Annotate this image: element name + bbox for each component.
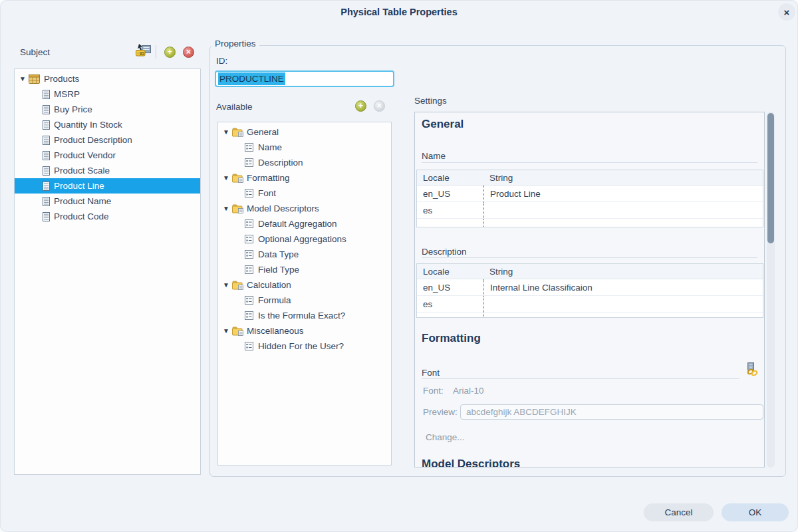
tree-row-data-type[interactable]: Data Type [218,247,391,262]
column-icon [43,136,50,145]
formatting-heading: Formatting [422,332,481,345]
table-row-es[interactable]: es [417,296,763,313]
expander-icon[interactable]: ▼ [222,205,230,212]
section-divider [422,162,757,163]
tree-row-product-vendor[interactable]: Product Vendor [15,148,200,163]
edit-id-icon[interactable] [136,44,152,59]
column-icon [43,120,50,130]
add-column-icon[interactable]: + [164,47,176,58]
property-icon [245,311,253,320]
tree-row-product-name[interactable]: Product Name [15,194,200,209]
locale-cell: en_US [417,279,483,295]
tree-row-products[interactable]: ▼ Products [15,71,200,86]
tree-row-optional-aggregations[interactable]: Optional Aggregations [218,231,391,247]
tree-row-product-line-selected[interactable]: Product Line [15,178,200,194]
tree-row-is-the-formula-exact[interactable]: Is the Formula Exact? [218,308,391,323]
tree-row-label: Miscellaneous [247,326,304,336]
tree-row-general[interactable]: ▼ General [218,124,391,140]
tree-row-label: Formatting [247,173,290,183]
id-input-selected-text: PRODUCTLINE [218,72,285,85]
link-font-icon[interactable] [745,362,759,376]
table-header-row: Locale String [417,264,763,279]
available-label: Available [216,102,253,112]
tree-row-label: Product Name [54,196,111,206]
model-descriptors-heading: Model Descriptors [422,458,520,467]
property-icon [245,265,253,274]
property-icon [245,219,253,228]
tree-row-product-scale[interactable]: Product Scale [15,163,200,178]
property-icon [245,235,253,243]
tree-row-label: Description [258,158,303,168]
tree-row-label: Model Descriptors [247,203,319,213]
tree-row-description[interactable]: Description [218,155,391,170]
tree-row-msrp[interactable]: MSRP [15,86,200,102]
tree-row-label: MSRP [54,89,80,99]
settings-scrollbar-track[interactable] [767,112,775,467]
string-cell[interactable]: Internal Line Classificaion [483,279,763,295]
tree-row-default-aggregation[interactable]: Default Aggregation [218,216,391,231]
string-cell[interactable] [483,296,763,312]
settings-scrollbar-thumb[interactable] [767,113,774,243]
close-icon[interactable]: × [778,3,795,21]
tree-row-label: Product Vendor [54,150,116,160]
tree-row-formula[interactable]: Formula [218,293,391,308]
folder-icon [232,174,243,183]
string-cell[interactable] [483,202,763,218]
locale-cell: en_US [417,186,483,201]
tree-row-label: Products [44,74,79,84]
tree-row-quantity-in-stock[interactable]: Quantity In Stock [15,117,200,132]
tree-row-field-type[interactable]: Field Type [218,262,391,277]
tree-row-model-descriptors[interactable]: ▼ Model Descriptors [218,201,391,216]
tree-row-name[interactable]: Name [218,140,391,155]
locale-cell: es [417,202,483,218]
column-icon [43,151,50,160]
table-row-en-us[interactable]: en_US Internal Line Classificaion [417,279,763,296]
toolbar-divider [156,45,156,59]
tree-row-buy-price[interactable]: Buy Price [15,102,200,117]
font-preview-input[interactable]: abcdefghijk ABCDEFGHIJK [460,404,763,420]
cancel-button[interactable]: Cancel [644,503,714,521]
column-icon [43,197,50,206]
string-header: String [483,173,763,183]
tree-row-formatting[interactable]: ▼ Formatting [218,170,391,186]
tree-row-label: Field Type [258,265,299,275]
tree-row-calculation[interactable]: ▼ Calculation [218,277,391,293]
string-cell[interactable]: Product Line [483,186,763,201]
delete-column-icon[interactable]: × [183,47,194,58]
font-value: Arial-10 [453,386,484,396]
section-divider [422,378,739,379]
column-icon [43,105,50,114]
section-divider [422,257,757,258]
change-font-link[interactable]: Change... [426,432,465,442]
tree-row-miscellaneous[interactable]: ▼ Miscellaneous [218,323,391,338]
settings-label: Settings [414,96,447,106]
font-section-label: Font [422,368,440,378]
add-property-icon[interactable]: + [355,100,366,112]
table-row-en-us[interactable]: en_US Product Line [417,186,763,202]
preview-label: Preview: [423,407,458,417]
table-row-es[interactable]: es [417,202,763,219]
expander-icon[interactable]: ▼ [222,174,230,182]
folder-icon [232,204,243,213]
property-icon [245,296,253,305]
tree-row-label: Product Description [54,135,132,145]
tree-row-font[interactable]: Font [218,186,391,201]
tree-row-product-code[interactable]: Product Code [15,209,200,224]
tree-row-hidden-for-the-user[interactable]: Hidden For the User? [218,338,391,354]
expander-icon[interactable]: ▼ [222,281,230,289]
folder-icon [232,327,243,336]
id-input[interactable]: PRODUCTLINE [215,70,394,87]
available-tree: ▼ General Name Description ▼ Formatting … [217,122,392,466]
column-icon [43,90,50,99]
ok-button[interactable]: OK [722,503,789,521]
tree-row-product-description[interactable]: Product Description [15,132,200,148]
locale-header: Locale [417,173,483,183]
expander-icon[interactable]: ▼ [222,128,230,136]
expander-icon[interactable]: ▼ [222,327,230,334]
expander-icon[interactable]: ▼ [19,75,27,82]
description-locale-table: Locale String en_US Internal Line Classi… [416,263,763,318]
id-label: ID: [216,56,227,66]
tree-row-label: Is the Formula Exact? [258,311,345,321]
column-icon [43,182,50,191]
tree-row-label: General [247,127,279,137]
